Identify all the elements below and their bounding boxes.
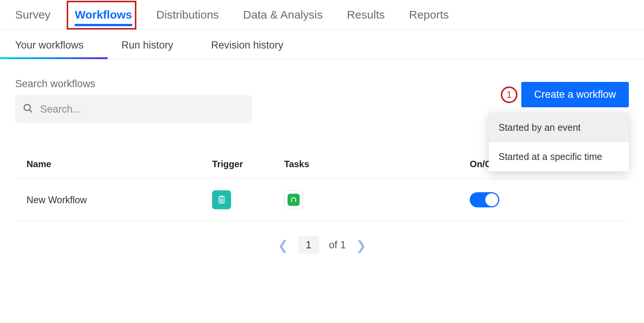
toggle-knob: [485, 193, 498, 206]
row-onoff: [470, 192, 515, 207]
create-workflow-button[interactable]: Create a workflow: [521, 82, 629, 107]
tab-reports[interactable]: Reports: [409, 7, 449, 29]
annotation-number-1: 1: [501, 86, 517, 103]
search-icon: [23, 103, 33, 115]
pagination: ❮ 1 of 1 ❯: [15, 236, 629, 254]
subtab-run-history[interactable]: Run history: [122, 39, 174, 51]
col-header-tasks: Tasks: [284, 159, 470, 169]
search-box[interactable]: [15, 95, 252, 123]
row-trigger: [212, 190, 284, 209]
content-area: Search workflows 1 Create a workflow Sta…: [0, 59, 644, 254]
dropdown-started-at-time[interactable]: Started at a specific time: [489, 142, 629, 171]
col-header-name: Name: [27, 159, 212, 169]
table-row[interactable]: New Workflow: [15, 179, 629, 221]
pager-current-page[interactable]: 1: [298, 236, 319, 254]
svg-line-1: [30, 110, 32, 113]
sub-tabs: Your workflows Run history Revision hist…: [0, 30, 644, 59]
svg-rect-7: [291, 200, 292, 202]
svg-rect-8: [295, 200, 296, 202]
pager-prev-icon[interactable]: ❮: [278, 239, 288, 252]
row-name: New Workflow: [27, 194, 212, 205]
svg-point-0: [24, 105, 30, 111]
subtab-your-workflows[interactable]: Your workflows: [15, 39, 84, 51]
tab-data-analysis[interactable]: Data & Analysis: [243, 7, 323, 29]
subtab-revision-history[interactable]: Revision history: [211, 39, 283, 51]
freshdesk-icon: [284, 190, 303, 209]
tab-survey[interactable]: Survey: [15, 7, 50, 29]
tab-distributions[interactable]: Distributions: [156, 7, 219, 29]
clipboard-icon: [212, 190, 231, 209]
search-input[interactable]: [40, 103, 244, 115]
dropdown-started-by-event[interactable]: Started by an event: [489, 113, 629, 142]
workflow-toggle[interactable]: [470, 192, 499, 207]
top-tabs: Survey Workflows Distributions Data & An…: [0, 0, 644, 30]
svg-rect-3: [220, 196, 223, 197]
pager-next-icon[interactable]: ❯: [356, 239, 366, 252]
row-tasks: [284, 190, 470, 209]
create-workflow-dropdown: Started by an event Started at a specifi…: [489, 113, 629, 171]
pager-total-label: of 1: [329, 239, 346, 251]
create-workflow-wrap: 1 Create a workflow Started by an event …: [501, 82, 629, 107]
tab-results[interactable]: Results: [347, 7, 385, 29]
tab-workflows[interactable]: Workflows: [75, 7, 132, 29]
col-header-trigger: Trigger: [212, 159, 284, 169]
